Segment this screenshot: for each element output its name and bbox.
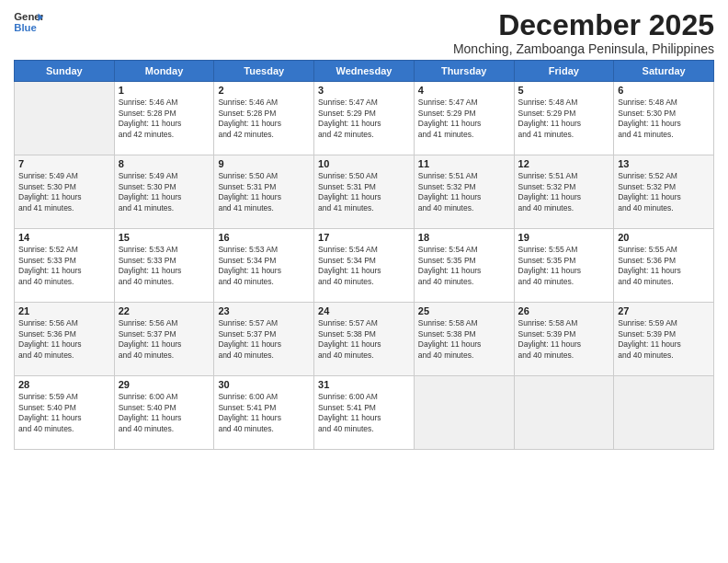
day-number: 26 bbox=[518, 305, 610, 316]
day-info: Sunrise: 5:53 AMSunset: 5:33 PMDaylight:… bbox=[119, 245, 210, 287]
day-number: 28 bbox=[18, 379, 110, 390]
table-row: 12Sunrise: 5:51 AMSunset: 5:32 PMDayligh… bbox=[514, 155, 614, 229]
table-row: 29Sunrise: 6:00 AMSunset: 5:40 PMDayligh… bbox=[114, 376, 214, 450]
day-number: 18 bbox=[418, 232, 510, 243]
day-info: Sunrise: 5:53 AMSunset: 5:34 PMDaylight:… bbox=[218, 245, 310, 287]
table-row: 14Sunrise: 5:52 AMSunset: 5:33 PMDayligh… bbox=[15, 229, 115, 303]
table-row: 20Sunrise: 5:55 AMSunset: 5:36 PMDayligh… bbox=[614, 229, 714, 303]
day-info: Sunrise: 5:50 AMSunset: 5:31 PMDaylight:… bbox=[318, 171, 410, 213]
day-number: 19 bbox=[518, 232, 610, 243]
title-section: December 2025 Monching, Zamboanga Penins… bbox=[453, 9, 714, 56]
table-row: 10Sunrise: 5:50 AMSunset: 5:31 PMDayligh… bbox=[314, 155, 415, 229]
day-info: Sunrise: 5:54 AMSunset: 5:34 PMDaylight:… bbox=[318, 245, 410, 287]
calendar-week-row: 21Sunrise: 5:56 AMSunset: 5:36 PMDayligh… bbox=[15, 303, 714, 376]
table-row: 21Sunrise: 5:56 AMSunset: 5:36 PMDayligh… bbox=[15, 303, 115, 376]
day-info: Sunrise: 5:56 AMSunset: 5:36 PMDaylight:… bbox=[18, 318, 110, 361]
table-row bbox=[614, 376, 714, 450]
day-number: 1 bbox=[119, 85, 210, 96]
table-row: 27Sunrise: 5:59 AMSunset: 5:39 PMDayligh… bbox=[614, 303, 714, 376]
table-row: 8Sunrise: 5:49 AMSunset: 5:30 PMDaylight… bbox=[114, 155, 214, 229]
day-number: 14 bbox=[18, 232, 110, 243]
header-row: Sunday Monday Tuesday Wednesday Thursday… bbox=[15, 61, 714, 82]
day-info: Sunrise: 5:51 AMSunset: 5:32 PMDaylight:… bbox=[418, 171, 510, 213]
day-number: 15 bbox=[119, 232, 210, 243]
table-row: 25Sunrise: 5:58 AMSunset: 5:38 PMDayligh… bbox=[414, 303, 514, 376]
day-info: Sunrise: 5:54 AMSunset: 5:35 PMDaylight:… bbox=[418, 245, 510, 287]
day-number: 2 bbox=[218, 85, 310, 96]
day-info: Sunrise: 5:58 AMSunset: 5:38 PMDaylight:… bbox=[418, 318, 510, 361]
day-info: Sunrise: 5:48 AMSunset: 5:30 PMDaylight:… bbox=[618, 98, 710, 140]
day-number: 7 bbox=[18, 158, 110, 169]
table-row: 15Sunrise: 5:53 AMSunset: 5:33 PMDayligh… bbox=[114, 229, 214, 303]
header: General Blue December 2025 Monching, Zam… bbox=[14, 9, 714, 56]
calendar-week-row: 28Sunrise: 5:59 AMSunset: 5:40 PMDayligh… bbox=[15, 376, 714, 450]
day-info: Sunrise: 6:00 AMSunset: 5:40 PMDaylight:… bbox=[119, 392, 210, 434]
day-number: 3 bbox=[318, 85, 410, 96]
day-number: 17 bbox=[318, 232, 410, 243]
day-number: 5 bbox=[518, 85, 610, 96]
table-row: 3Sunrise: 5:47 AMSunset: 5:29 PMDaylight… bbox=[314, 82, 415, 155]
day-info: Sunrise: 5:49 AMSunset: 5:30 PMDaylight:… bbox=[18, 171, 110, 213]
col-wednesday: Wednesday bbox=[314, 61, 415, 82]
day-number: 21 bbox=[18, 305, 110, 316]
day-number: 20 bbox=[618, 232, 710, 243]
day-info: Sunrise: 5:52 AMSunset: 5:32 PMDaylight:… bbox=[618, 171, 710, 213]
day-number: 25 bbox=[418, 305, 510, 316]
table-row: 9Sunrise: 5:50 AMSunset: 5:31 PMDaylight… bbox=[214, 155, 314, 229]
day-number: 29 bbox=[119, 379, 210, 390]
table-row: 23Sunrise: 5:57 AMSunset: 5:37 PMDayligh… bbox=[214, 303, 314, 376]
day-number: 11 bbox=[418, 158, 510, 169]
day-info: Sunrise: 5:47 AMSunset: 5:29 PMDaylight:… bbox=[318, 98, 410, 140]
calendar-table: Sunday Monday Tuesday Wednesday Thursday… bbox=[14, 60, 714, 450]
day-info: Sunrise: 5:48 AMSunset: 5:29 PMDaylight:… bbox=[518, 98, 610, 140]
day-number: 23 bbox=[218, 305, 310, 316]
table-row: 16Sunrise: 5:53 AMSunset: 5:34 PMDayligh… bbox=[214, 229, 314, 303]
col-sunday: Sunday bbox=[15, 61, 115, 82]
day-info: Sunrise: 5:49 AMSunset: 5:30 PMDaylight:… bbox=[119, 171, 210, 213]
calendar-week-row: 1Sunrise: 5:46 AMSunset: 5:28 PMDaylight… bbox=[15, 82, 714, 155]
day-info: Sunrise: 5:51 AMSunset: 5:32 PMDaylight:… bbox=[518, 171, 610, 213]
table-row: 7Sunrise: 5:49 AMSunset: 5:30 PMDaylight… bbox=[15, 155, 115, 229]
table-row: 17Sunrise: 5:54 AMSunset: 5:34 PMDayligh… bbox=[314, 229, 415, 303]
table-row: 24Sunrise: 5:57 AMSunset: 5:38 PMDayligh… bbox=[314, 303, 415, 376]
col-monday: Monday bbox=[114, 61, 214, 82]
day-info: Sunrise: 5:46 AMSunset: 5:28 PMDaylight:… bbox=[119, 98, 210, 140]
table-row: 2Sunrise: 5:46 AMSunset: 5:28 PMDaylight… bbox=[214, 82, 314, 155]
day-info: Sunrise: 5:56 AMSunset: 5:37 PMDaylight:… bbox=[119, 318, 210, 361]
day-number: 24 bbox=[318, 305, 410, 316]
table-row: 5Sunrise: 5:48 AMSunset: 5:29 PMDaylight… bbox=[514, 82, 614, 155]
day-info: Sunrise: 6:00 AMSunset: 5:41 PMDaylight:… bbox=[318, 392, 410, 434]
col-friday: Friday bbox=[514, 61, 614, 82]
table-row bbox=[414, 376, 514, 450]
day-info: Sunrise: 5:50 AMSunset: 5:31 PMDaylight:… bbox=[218, 171, 310, 213]
day-number: 4 bbox=[418, 85, 510, 96]
table-row: 6Sunrise: 5:48 AMSunset: 5:30 PMDaylight… bbox=[614, 82, 714, 155]
table-row: 19Sunrise: 5:55 AMSunset: 5:35 PMDayligh… bbox=[514, 229, 614, 303]
calendar-week-row: 7Sunrise: 5:49 AMSunset: 5:30 PMDaylight… bbox=[15, 155, 714, 229]
subtitle: Monching, Zamboanga Peninsula, Philippin… bbox=[453, 41, 714, 56]
day-info: Sunrise: 5:55 AMSunset: 5:36 PMDaylight:… bbox=[618, 245, 710, 287]
day-number: 27 bbox=[618, 305, 710, 316]
page: General Blue December 2025 Monching, Zam… bbox=[0, 0, 728, 563]
calendar-week-row: 14Sunrise: 5:52 AMSunset: 5:33 PMDayligh… bbox=[15, 229, 714, 303]
day-info: Sunrise: 5:57 AMSunset: 5:38 PMDaylight:… bbox=[318, 318, 410, 361]
table-row: 26Sunrise: 5:58 AMSunset: 5:39 PMDayligh… bbox=[514, 303, 614, 376]
logo-icon: General Blue bbox=[14, 9, 43, 35]
table-row bbox=[514, 376, 614, 450]
day-number: 8 bbox=[119, 158, 210, 169]
month-title: December 2025 bbox=[453, 9, 714, 41]
svg-text:Blue: Blue bbox=[14, 22, 37, 33]
day-number: 30 bbox=[218, 379, 310, 390]
table-row: 28Sunrise: 5:59 AMSunset: 5:40 PMDayligh… bbox=[15, 376, 115, 450]
table-row: 13Sunrise: 5:52 AMSunset: 5:32 PMDayligh… bbox=[614, 155, 714, 229]
day-number: 31 bbox=[318, 379, 410, 390]
day-number: 10 bbox=[318, 158, 410, 169]
day-info: Sunrise: 5:59 AMSunset: 5:40 PMDaylight:… bbox=[18, 392, 110, 434]
logo: General Blue bbox=[14, 9, 45, 35]
day-info: Sunrise: 5:58 AMSunset: 5:39 PMDaylight:… bbox=[518, 318, 610, 361]
col-saturday: Saturday bbox=[614, 61, 714, 82]
day-info: Sunrise: 5:46 AMSunset: 5:28 PMDaylight:… bbox=[218, 98, 310, 140]
table-row: 30Sunrise: 6:00 AMSunset: 5:41 PMDayligh… bbox=[214, 376, 314, 450]
day-number: 9 bbox=[218, 158, 310, 169]
day-number: 13 bbox=[618, 158, 710, 169]
